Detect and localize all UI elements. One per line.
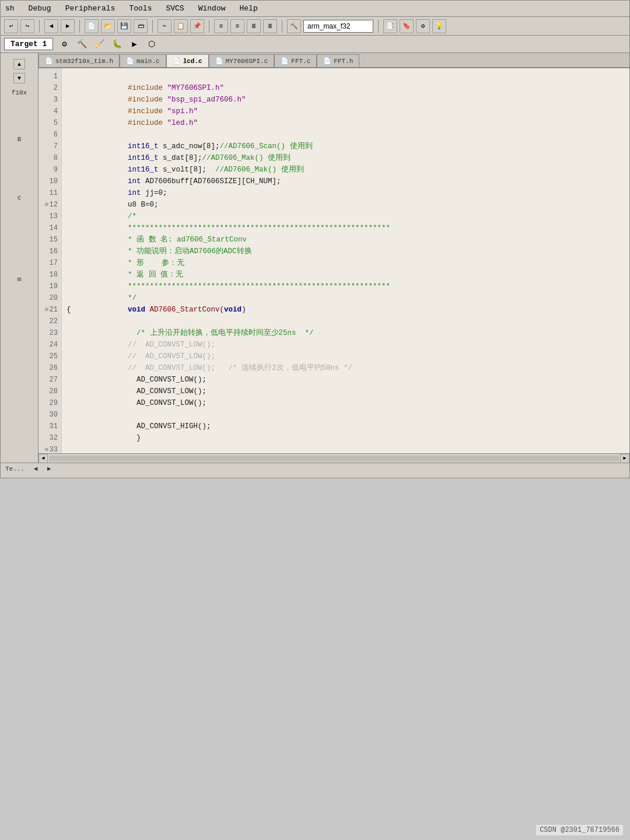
ln-10: 10 bbox=[38, 176, 61, 187]
paste-button[interactable]: 📌 bbox=[190, 19, 204, 33]
tool-btn3[interactable]: ⚙ bbox=[416, 19, 430, 33]
toolbar-separator-1 bbox=[39, 20, 40, 33]
file-tabs: 📄 stm32f10x_tim.h 📄 main.c 📄 lcd.c 📄 MY7… bbox=[38, 53, 629, 68]
sidebar-label-m: m bbox=[1, 274, 38, 285]
ln-29: 29 bbox=[38, 397, 61, 409]
toolbar: ↩ ↪ ◄ ► 📄 📂 💾 🗃 ✂ 📋 📌 ≡ ≡ ≣ ≣ 🔨 📑 🔖 ⚙ 💡 bbox=[1, 17, 629, 36]
code-editor[interactable]: 1 2 3 4 5 6 7 8 9 10 11 ⊟12 13 14 bbox=[38, 68, 629, 463]
scroll-right-btn[interactable]: ► bbox=[620, 454, 629, 463]
tab-lcd-c[interactable]: 📄 lcd.c bbox=[166, 54, 209, 67]
target-build-btn[interactable]: 🔨 bbox=[75, 38, 88, 51]
ln-18: 18 bbox=[38, 269, 61, 281]
ln-32: 32 bbox=[38, 432, 61, 444]
target-dbg-btn[interactable]: 🐛 bbox=[110, 38, 123, 51]
menu-window[interactable]: Window bbox=[196, 3, 228, 14]
ln-27: 27 bbox=[38, 374, 61, 386]
toolbar-separator-3 bbox=[152, 20, 153, 33]
sidebar-scroll-up[interactable]: ▲ ▼ bbox=[10, 55, 29, 87]
save-all-button[interactable]: 🗃 bbox=[134, 19, 148, 33]
ln-21: ⊟21 bbox=[38, 304, 61, 316]
menu-sh[interactable]: sh bbox=[3, 3, 17, 14]
menu-tools[interactable]: Tools bbox=[127, 3, 154, 14]
scroll-up-btn[interactable]: ▲ bbox=[13, 59, 25, 69]
target-clean-btn[interactable]: 🧹 bbox=[93, 38, 106, 51]
tab-label-2: lcd.c bbox=[183, 58, 202, 65]
format-btn3[interactable]: ≣ bbox=[247, 19, 261, 33]
menu-help[interactable]: Help bbox=[237, 3, 260, 14]
redo-button[interactable]: ↪ bbox=[20, 19, 34, 33]
code-line-33: /* bbox=[66, 444, 625, 453]
tool-btn1[interactable]: 📑 bbox=[383, 19, 397, 33]
ln-3: 3 bbox=[38, 94, 61, 106]
tab-fft-h[interactable]: 📄 FFT.h bbox=[317, 54, 359, 67]
cut-button[interactable]: ✂ bbox=[158, 19, 172, 33]
tab-icon-3: 📄 bbox=[215, 57, 223, 65]
undo-button[interactable]: ↩ bbox=[4, 19, 18, 33]
h-scrollbar[interactable]: ◄ ► bbox=[38, 453, 629, 463]
ln-24: 24 bbox=[38, 339, 61, 351]
target-stop-btn[interactable]: ⬡ bbox=[145, 38, 158, 51]
code-line-20: void AD7606_StartConv(void) bbox=[66, 292, 625, 304]
ln-13: 13 bbox=[38, 211, 61, 222]
menu-debug[interactable]: Debug bbox=[26, 3, 54, 14]
tab-fft-c[interactable]: 📄 FFT.c bbox=[274, 54, 317, 67]
ln-11: 11 bbox=[38, 187, 61, 199]
status-scroll-left[interactable]: ◄ bbox=[34, 466, 38, 473]
scroll-down-btn[interactable]: ▼ bbox=[13, 73, 25, 83]
target-run-btn[interactable]: ▶ bbox=[128, 38, 141, 51]
save-button[interactable]: 💾 bbox=[117, 19, 131, 33]
tool-btn2[interactable]: 🔖 bbox=[400, 19, 414, 33]
menu-svcs[interactable]: SVCS bbox=[163, 3, 186, 14]
ln-8: 8 bbox=[38, 152, 61, 164]
tab-label-1: main.c bbox=[136, 58, 160, 65]
code-line-22: /* 上升沿开始转换，低电平持续时间至少25ns */ bbox=[66, 316, 625, 327]
ln-5: 5 bbox=[38, 117, 61, 129]
tab-icon-5: 📄 bbox=[323, 57, 331, 65]
tab-label-0: stm32f10x_tim.h bbox=[55, 58, 113, 65]
tab-icon-0: 📄 bbox=[45, 57, 53, 65]
open-file-button[interactable]: 📂 bbox=[101, 19, 115, 33]
code-line-6: int16_t s_adc_now[8];//AD7606_Scan() 使用到 bbox=[66, 129, 625, 141]
scroll-track[interactable] bbox=[49, 456, 619, 461]
tool-btn4[interactable]: 💡 bbox=[432, 19, 446, 33]
copy-button[interactable]: 📋 bbox=[174, 19, 188, 33]
code-line-1: #include "MY7606SPI.h" bbox=[66, 71, 625, 82]
tab-stm32f10x-tim-h[interactable]: 📄 stm32f10x_tim.h bbox=[38, 54, 120, 67]
ln-26: 26 bbox=[38, 362, 61, 374]
format-btn4[interactable]: ≣ bbox=[263, 19, 277, 33]
code-line-30: AD_CONVST_HIGH(); bbox=[66, 409, 625, 421]
ln-12: ⊟12 bbox=[38, 199, 61, 211]
sidebar-label-b: B bbox=[1, 134, 38, 145]
status-scroll-right[interactable]: ► bbox=[47, 466, 51, 473]
nav-fwd-button[interactable]: ► bbox=[61, 19, 75, 33]
toolbar-separator-6 bbox=[378, 20, 379, 33]
tab-main-c[interactable]: 📄 main.c bbox=[120, 54, 166, 67]
target-label: Target 1 bbox=[4, 38, 53, 50]
ln-33: ⊟33 bbox=[38, 444, 61, 453]
format-btn2[interactable]: ≡ bbox=[230, 19, 244, 33]
format-btn1[interactable]: ≡ bbox=[214, 19, 228, 33]
project-name-input[interactable] bbox=[303, 20, 373, 33]
ln-6: 6 bbox=[38, 129, 61, 141]
code-line-32 bbox=[66, 432, 625, 444]
code-lines[interactable]: #include "MY7606SPI.h" #include "bsp_spi… bbox=[62, 68, 629, 453]
target-settings-btn[interactable]: ⚙ bbox=[58, 38, 71, 51]
tab-my7606spi-c[interactable]: 📄 MY7606SPI.c bbox=[209, 54, 275, 67]
main-area: ▲ ▼ f10x B c m 📄 stm32f10x_tim.h 📄 main. bbox=[1, 53, 629, 463]
tab-label-5: FFT.h bbox=[334, 58, 353, 65]
tab-icon-2: 📄 bbox=[173, 57, 181, 65]
tab-label-3: MY7606SPI.c bbox=[226, 58, 268, 65]
ln-30: 30 bbox=[38, 409, 61, 421]
build-icon[interactable]: 🔨 bbox=[287, 19, 301, 33]
ln-4: 4 bbox=[38, 106, 61, 117]
code-line-13: ****************************************… bbox=[66, 211, 625, 222]
menu-peripherals[interactable]: Peripherals bbox=[63, 3, 118, 14]
left-sidebar: ▲ ▼ f10x B c m bbox=[1, 53, 38, 463]
ln-7: 7 bbox=[38, 141, 61, 152]
nav-back-button[interactable]: ◄ bbox=[44, 19, 58, 33]
ln-9: 9 bbox=[38, 164, 61, 176]
scroll-left-btn[interactable]: ◄ bbox=[38, 454, 48, 463]
tab-label-4: FFT.c bbox=[291, 58, 310, 65]
new-file-button[interactable]: 📄 bbox=[85, 19, 99, 33]
status-bar: Te... ◄ ► bbox=[1, 463, 629, 474]
